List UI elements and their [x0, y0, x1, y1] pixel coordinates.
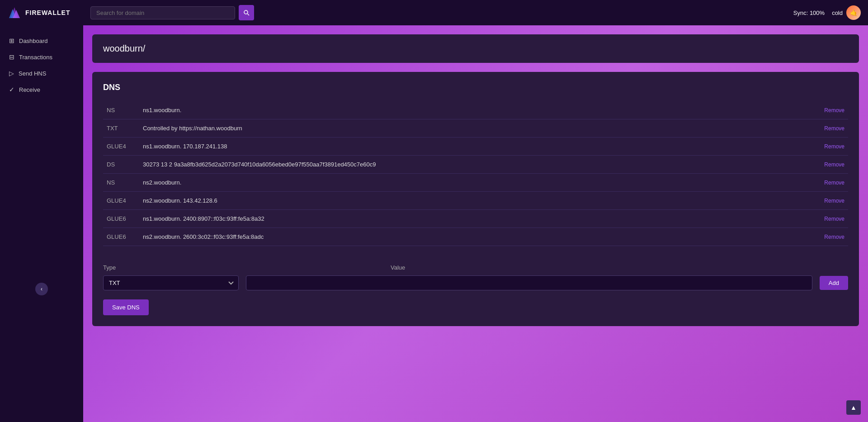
dashboard-icon: ⊞ [9, 37, 14, 44]
chevron-left-icon: ‹ [41, 286, 42, 292]
sidebar-collapse-button[interactable]: ‹ [35, 283, 48, 295]
sidebar-item-send-hns[interactable]: ▷ Send HNS [0, 65, 83, 81]
table-row: GLUE4 ns1.woodburn. 170.187.241.138 Remo… [103, 138, 848, 156]
table-row: GLUE6 ns2.woodburn. 2600:3c02::f03c:93ff… [103, 228, 848, 246]
remove-link[interactable]: Remove [824, 125, 844, 132]
record-type: GLUE6 [103, 210, 139, 228]
logo-text: FIREWALLET [25, 9, 70, 16]
search-button[interactable] [239, 5, 254, 20]
remove-cell: Remove [812, 101, 848, 119]
sidebar: ⊞ Dashboard ⊟ Transactions ▷ Send HNS ✓ … [0, 25, 83, 422]
table-row: DS 30273 13 2 9a3a8fb3d625d2a2073d740f10… [103, 156, 848, 174]
sync-status: Sync: 100% [793, 9, 825, 16]
record-value: ns1.woodburn. 2400:8907::f03c:93ff:fe5a:… [139, 210, 812, 228]
table-row: TXT Controlled by https://nathan.woodbur… [103, 119, 848, 138]
svg-line-4 [248, 14, 250, 16]
form-row: TXTNSGLUE4GLUE6DSAAAAACNAMEMX Add [103, 275, 848, 290]
header-search-area [90, 5, 793, 20]
dns-card: DNS NS ns1.woodburn. Remove TXT Controll… [92, 72, 859, 326]
sidebar-item-transactions[interactable]: ⊟ Transactions [0, 49, 83, 65]
remove-link[interactable]: Remove [824, 234, 844, 240]
record-value: ns2.woodburn. 2600:3c02::f03c:93ff:fe5a:… [139, 228, 812, 246]
remove-link[interactable]: Remove [824, 107, 844, 114]
dns-heading: DNS [103, 83, 848, 92]
table-row: GLUE4 ns2.woodburn. 143.42.128.6 Remove [103, 192, 848, 210]
header-right: Sync: 100% cold 🤙 [793, 5, 861, 20]
layout: ⊞ Dashboard ⊟ Transactions ▷ Send HNS ✓ … [0, 25, 868, 422]
sidebar-item-label: Transactions [19, 54, 52, 61]
remove-link[interactable]: Remove [824, 161, 844, 168]
value-label: Value [391, 264, 405, 271]
record-value: 30273 13 2 9a3a8fb3d625d2a2073d740f10da6… [139, 156, 812, 174]
record-type: GLUE4 [103, 192, 139, 210]
search-input[interactable] [90, 6, 235, 19]
remove-cell: Remove [812, 192, 848, 210]
record-value: Controlled by https://nathan.woodburn [139, 119, 812, 138]
value-input[interactable] [246, 275, 812, 290]
remove-cell: Remove [812, 228, 848, 246]
table-row: NS ns2.woodburn. Remove [103, 174, 848, 192]
remove-link[interactable]: Remove [824, 216, 844, 222]
form-labels: Type Value [103, 264, 848, 271]
record-type: GLUE4 [103, 138, 139, 156]
chevron-up-icon: ▲ [850, 404, 857, 411]
sidebar-item-dashboard[interactable]: ⊞ Dashboard [0, 33, 83, 49]
transactions-icon: ⊟ [9, 53, 14, 61]
save-dns-button[interactable]: Save DNS [103, 299, 149, 315]
record-type: DS [103, 156, 139, 174]
type-label: Type [103, 264, 239, 271]
remove-link[interactable]: Remove [824, 180, 844, 186]
type-select[interactable]: TXTNSGLUE4GLUE6DSAAAAACNAMEMX [103, 275, 239, 290]
sidebar-item-label: Receive [19, 86, 40, 93]
sidebar-item-label: Dashboard [19, 38, 48, 44]
record-type: NS [103, 101, 139, 119]
logo-area: FIREWALLET [7, 5, 90, 20]
record-value: ns1.woodburn. [139, 101, 812, 119]
user-label: cold [832, 9, 843, 16]
header: FIREWALLET Sync: 100% cold 🤙 [0, 0, 868, 25]
scroll-to-top-button[interactable]: ▲ [846, 400, 861, 415]
firewallet-logo [7, 5, 22, 20]
record-type: GLUE6 [103, 228, 139, 246]
record-value: ns2.woodburn. [139, 174, 812, 192]
svg-point-3 [244, 10, 248, 14]
add-button[interactable]: Add [820, 276, 848, 290]
domain-title: woodburn/ [103, 43, 848, 54]
main-content: woodburn/ DNS NS ns1.woodburn. Remove TX… [83, 25, 868, 422]
add-dns-form: Type Value TXTNSGLUE4GLUE6DSAAAAACNAMEMX… [103, 257, 848, 290]
receive-icon: ✓ [9, 86, 14, 93]
remove-cell: Remove [812, 138, 848, 156]
record-value: ns1.woodburn. 170.187.241.138 [139, 138, 812, 156]
record-type: NS [103, 174, 139, 192]
table-row: GLUE6 ns1.woodburn. 2400:8907::f03c:93ff… [103, 210, 848, 228]
sidebar-item-receive[interactable]: ✓ Receive [0, 81, 83, 98]
remove-link[interactable]: Remove [824, 198, 844, 204]
dns-table: NS ns1.woodburn. Remove TXT Controlled b… [103, 101, 848, 246]
search-icon [243, 9, 250, 16]
user-avatar[interactable]: 🤙 [846, 5, 861, 20]
remove-cell: Remove [812, 156, 848, 174]
sidebar-item-label: Send HNS [19, 70, 46, 77]
record-type: TXT [103, 119, 139, 138]
remove-cell: Remove [812, 210, 848, 228]
domain-card: woodburn/ [92, 34, 859, 63]
remove-cell: Remove [812, 174, 848, 192]
table-row: NS ns1.woodburn. Remove [103, 101, 848, 119]
user-area: cold 🤙 [832, 5, 861, 20]
record-value: ns2.woodburn. 143.42.128.6 [139, 192, 812, 210]
remove-cell: Remove [812, 119, 848, 138]
send-icon: ▷ [9, 70, 14, 77]
remove-link[interactable]: Remove [824, 143, 844, 150]
